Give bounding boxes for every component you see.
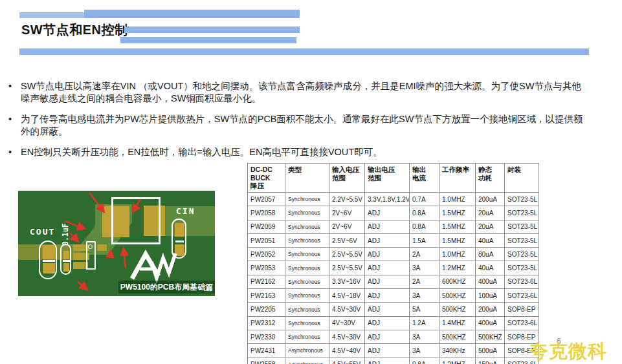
table-cell: ADJ (365, 303, 410, 316)
table-cell: 100uA (476, 289, 505, 303)
table-cell: 2A (410, 275, 439, 288)
table-cell: ADJ (365, 220, 410, 233)
pad (175, 244, 184, 256)
table-cell: ADJ (365, 206, 410, 220)
table-cell: Synchronous (285, 233, 329, 247)
table-cell: PW2162 (248, 275, 285, 288)
table-cell: SOT23-5L (505, 248, 539, 261)
table-cell: PW2558 (248, 358, 285, 364)
table-cell: 500uA (476, 344, 505, 358)
table-header-cell: 工作频率 (439, 164, 476, 193)
table-cell: ADJ (365, 275, 410, 288)
cin-label: CIN (176, 206, 195, 216)
table-cell: 1.5A (410, 233, 439, 247)
ic-outline (111, 197, 161, 244)
table-cell: SOT23-6L (505, 289, 539, 303)
table-cell: 4.5V~18V (329, 289, 365, 303)
table-cell: PW2051 (248, 233, 285, 247)
table-cell: Synchronous (285, 261, 329, 275)
table-row: PW2162Synchronous3.3V~16VADJ2A600KHZ400u… (248, 275, 539, 288)
table-cell: 1.5MHZ (439, 233, 476, 247)
table-cell: 150uA (476, 358, 505, 364)
table-cell: 1.0MHZ (439, 248, 476, 261)
table-cell: 0.8A (410, 220, 439, 233)
table-cell: SOP8-EP (505, 303, 539, 316)
table-cell: ADJ (365, 261, 410, 275)
table-cell: 200uA (476, 193, 505, 206)
table-cell: 2.2V~5.5V (329, 193, 365, 206)
table-cell: 3A (410, 330, 439, 343)
bypass-capacitor (60, 244, 71, 275)
cap-value-label: 0.1uF (61, 216, 70, 246)
pcb-caption: PW5100的PCB布局基础篇 (118, 281, 215, 294)
table-cell: SOT23-6L (505, 275, 539, 288)
table-cell: 200uA (476, 303, 505, 316)
table-header-cell: 输出电压 范围 (365, 164, 410, 193)
table-cell: 3A (410, 261, 439, 275)
table-cell: Synchronous (285, 303, 329, 316)
table-cell: 0.8A (410, 358, 439, 364)
cin-capacitor (172, 219, 186, 259)
table-cell: 1.4MHZ (439, 316, 476, 330)
silkscreen-bar (175, 241, 184, 242)
bullet-item: SW节点电压以高速率在VIN （或VOUT）和地之间摆动。该节点富含高频噪声成分… (6, 80, 587, 104)
table-cell: 500KHZ (439, 289, 476, 303)
table-cell: Synchronous (285, 206, 329, 220)
table-cell: 2.5V~6V (329, 233, 365, 247)
table-cell: 1.5MHZ (439, 206, 476, 220)
table-row: PW2163Synchronous4.5V~18VADJ3A500KHZ100u… (248, 289, 539, 303)
table-body: PW2057Synchronous2.2V~5.5V3.3V,1.8V,1.2V… (248, 193, 539, 364)
table-cell: 0.8A (410, 206, 439, 220)
table-cell: 2A (410, 248, 439, 261)
pad (63, 251, 69, 259)
table-cell: SOT23-5L (505, 220, 539, 233)
table-cell: Synchronous (285, 330, 329, 343)
table-cell: ADJ (365, 233, 410, 247)
table-header-row: DC-DC BUCK 降压类型输入电压 范围输出电压 范围输出 电流工作频率静态… (248, 164, 539, 193)
table-header-cell: 封装 (505, 164, 539, 193)
table-cell: 0.7A (410, 193, 439, 206)
deco-bar-title-1 (124, 27, 300, 33)
table-cell: Synchronous (285, 248, 329, 261)
table-cell: PW2059 (248, 220, 285, 233)
table-cell: 400uA (476, 275, 505, 288)
table-header-cell: 输出 电流 (410, 164, 439, 193)
table-cell: ADJ (365, 344, 410, 358)
table-cell: PW2053 (248, 261, 285, 275)
table-cell: PW2163 (248, 289, 285, 303)
table-cell: 2.5V~5.5V (329, 261, 365, 275)
table-cell: PW2057 (248, 193, 285, 206)
table-cell: 1.2MHZ (439, 358, 476, 364)
table-cell: 4.5V~30V (329, 303, 365, 316)
table-cell: SOT23-5L (505, 261, 539, 275)
pad (175, 223, 184, 237)
table-cell: Synchronous (285, 275, 329, 288)
table-cell: Asynchronous (285, 358, 329, 364)
table-cell: 500KHZ (439, 303, 476, 316)
watermark: 夸克微科技 (529, 339, 622, 364)
table-header-cell: DC-DC BUCK 降压 (248, 164, 285, 193)
buck-spec-table: DC-DC BUCK 降压类型输入电压 范围输出电压 范围输出 电流工作频率静态… (247, 163, 539, 364)
bullet-list: SW节点电压以高速率在VIN （或VOUT）和地之间摆动。该节点富含高频噪声成分… (6, 80, 587, 167)
table-cell: 2V~6V (329, 220, 365, 233)
table-header-cell: 类型 (285, 164, 329, 193)
table-row: PW2431Asynchronous4.5V~40VADJ3A340KHz500… (248, 344, 539, 358)
table-row: PW2059Synchronous2V~6VADJ0.8A1.5MHZ20uAS… (248, 220, 539, 233)
table-row: PW2312Synchronous4V~30VADJ1.2A1.4MHZ400u… (248, 316, 539, 330)
table-cell: 600KHZ (439, 275, 476, 288)
table-cell: Synchronous (285, 289, 329, 303)
table-cell: 1.5MHZ (439, 220, 476, 233)
pad (43, 263, 55, 273)
spec-table-container: DC-DC BUCK 降压类型输入电压 范围输出电压 范围输出 电流工作频率静态… (247, 163, 539, 364)
capacitor-outline (86, 241, 96, 270)
table-cell: 80uA (476, 248, 505, 261)
table-cell: 20uA (476, 206, 505, 220)
table-cell: 40uA (476, 261, 505, 275)
table-row: PW2052Synchronous2.5V~5.5VADJ2A1.0MHZ80u… (248, 248, 539, 261)
table-cell: 1.2A (410, 316, 439, 330)
silkscreen-bar (63, 260, 70, 262)
table-header-cell: 输入电压 范围 (329, 164, 365, 193)
table-cell: ADJ (365, 289, 410, 303)
table-cell: 340KHz (439, 344, 476, 358)
table-cell: Synchronous (285, 193, 329, 206)
